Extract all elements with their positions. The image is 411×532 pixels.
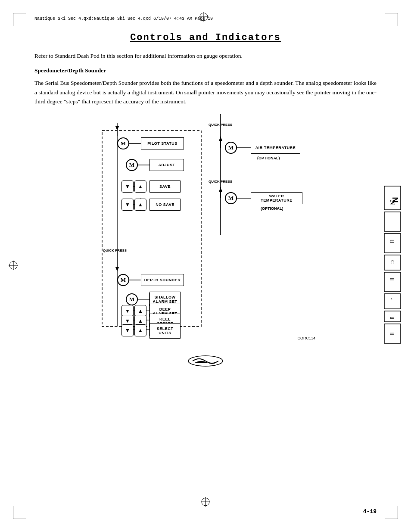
crop-mark-tr [385,13,398,26]
svg-marker-24 [219,137,222,141]
left-crosshair [9,261,18,272]
crop-mark-br [385,506,398,519]
page: Nautique Ski Sec 4.qxd:Nautique Ski Sec … [0,0,411,532]
m-button-adjust[interactable]: M [126,159,138,171]
svg-text:N: N [389,200,396,205]
save-down-btn[interactable]: ▼ [121,180,134,193]
pilot-status-label: PILOT STATUS [141,137,184,149]
m-button-depth[interactable]: M [117,274,129,286]
adjust-label: ADJUST [149,159,184,171]
crop-mark-tl [13,13,26,26]
diagram-container: QUICK PRESS M PILOT STATUS M ADJUST [34,114,377,342]
save-up-btn[interactable]: ▲ [134,180,146,193]
m-button-shallow[interactable]: M [126,293,138,305]
air-temp-optional: (OPTIONAL) [257,156,280,160]
svg-rect-43 [384,272,401,292]
nosave-up-btn[interactable]: ▲ [134,199,146,211]
svg-text:J: J [390,298,395,301]
crop-mark-bl [13,506,26,519]
svg-text:[]: [] [390,317,395,319]
quick-press-mid-label: QUICK PRESS [209,180,232,184]
intro-text: Refer to Standard Dash Pod in this secti… [34,52,377,60]
corc-label: CORC114 [297,336,315,340]
diagram: QUICK PRESS M PILOT STATUS M ADJUST [93,114,318,342]
svg-text:[]: [] [390,278,395,280]
body-text: The Serial Bus Speedometer/Depth Sounder… [34,78,377,106]
svg-text:[]: [] [390,240,395,243]
page-number: 4-19 [363,508,377,515]
svg-text:C: C [390,260,395,264]
m-button-water[interactable]: M [225,192,237,204]
select-units-label: SELECT UNITS [149,323,181,339]
nosave-down-btn[interactable]: ▼ [121,199,134,211]
nautique-logo [186,353,225,368]
water-temp-optional: (OPTIONAL) [261,206,283,211]
water-temp-label: WATER TEMPERATURE [251,192,302,204]
header-crosshair [199,12,209,23]
svg-rect-41 [384,233,401,253]
quick-press-top-label: QUICK PRESS [209,123,232,127]
svg-text:[]: [] [390,333,395,335]
units-down-btn[interactable]: ▼ [121,324,134,336]
nosave-label: NO SAVE [149,199,181,211]
m-button-air[interactable]: M [225,142,237,154]
svg-marker-27 [219,187,222,192]
svg-rect-44 [384,294,401,309]
side-tab: N N [] C [] J [] [] [383,185,402,346]
bottom-crosshair [201,497,210,508]
quick-press-bottom-label: QUICK PRESS [103,249,127,253]
units-up-btn[interactable]: ▲ [134,324,146,336]
depth-sounder-label: DEPTH SOUNDER [141,274,184,286]
svg-rect-40 [384,212,401,231]
section-heading: Speedometer/Depth Sounder [34,67,377,74]
svg-marker-6 [115,126,119,131]
m-button-pilot[interactable]: M [117,137,129,149]
page-title: Controls and Indicators [34,32,377,43]
main-content: Controls and Indicators Refer to Standar… [34,32,377,368]
svg-marker-8 [115,267,119,271]
header-meta: Nautique Ski Sec 4.qxd:Nautique Ski Sec … [34,16,213,21]
air-temp-label: AIR TEMPERATURE [251,142,300,154]
save-label: SAVE [149,180,181,193]
logo-area [34,353,377,368]
